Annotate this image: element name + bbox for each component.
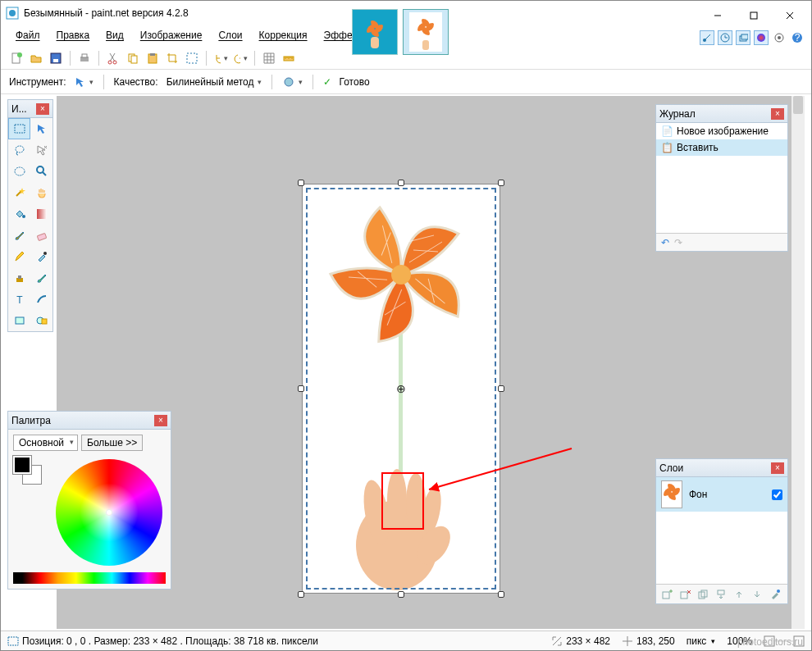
- tool-ellipse-select[interactable]: [8, 161, 30, 182]
- tools-window-toggle[interactable]: [700, 30, 714, 45]
- tool-rect-select[interactable]: [8, 118, 30, 139]
- svg-rect-52: [16, 317, 24, 324]
- history-window-toggle[interactable]: [718, 30, 732, 45]
- close-icon[interactable]: ×: [771, 108, 784, 120]
- menu-view[interactable]: Вид: [99, 28, 130, 43]
- quality-selector[interactable]: Билинейный метод: [167, 76, 262, 88]
- hue-strip[interactable]: [13, 572, 166, 584]
- svg-rect-50: [18, 275, 21, 279]
- history-panel[interactable]: Журнал × 📄Новое изображение 📋Вставить ↶ …: [655, 104, 788, 252]
- document-thumbnails: [352, 9, 449, 55]
- color-mode-select[interactable]: Основной: [13, 435, 78, 451]
- tool-selector[interactable]: [75, 76, 94, 88]
- color-wheel[interactable]: [56, 459, 162, 566]
- move-up-icon[interactable]: [732, 587, 746, 602]
- redo-icon[interactable]: [233, 51, 248, 66]
- crop-icon[interactable]: [165, 51, 180, 66]
- move-down-icon[interactable]: [750, 587, 764, 602]
- canvas-image: [303, 184, 500, 593]
- primary-color-swatch[interactable]: [13, 456, 31, 474]
- duplicate-layer-icon[interactable]: [696, 587, 710, 602]
- layers-list[interactable]: Фон: [656, 477, 787, 584]
- tool-brush[interactable]: [8, 225, 30, 246]
- cut-icon[interactable]: [106, 51, 121, 66]
- add-layer-icon[interactable]: [659, 587, 674, 602]
- vertical-scrollbar[interactable]: [791, 96, 805, 629]
- color-swatches[interactable]: [13, 456, 46, 485]
- menu-edit[interactable]: Правка: [50, 28, 97, 43]
- layers-window-toggle[interactable]: [736, 30, 750, 45]
- svg-point-60: [777, 590, 780, 593]
- svg-point-45: [22, 215, 25, 218]
- tool-move-selection[interactable]: [30, 118, 52, 139]
- history-list[interactable]: 📄Новое изображение 📋Вставить: [656, 123, 787, 233]
- maximize-button[interactable]: [736, 4, 772, 27]
- quality-value: Билинейный метод: [167, 76, 254, 88]
- sampling-selector[interactable]: [282, 75, 303, 89]
- close-icon[interactable]: ×: [154, 415, 167, 426]
- tool-eraser[interactable]: [30, 225, 52, 246]
- undo-icon[interactable]: [213, 51, 228, 66]
- tool-color-picker[interactable]: [30, 246, 52, 267]
- settings-icon[interactable]: [772, 30, 787, 45]
- grid-icon[interactable]: [262, 51, 276, 66]
- menu-file[interactable]: Файл: [9, 28, 47, 43]
- layer-visibility-checkbox[interactable]: [772, 489, 782, 500]
- window-title: Безымянный - paint.net версия 4.2.8: [24, 7, 189, 19]
- merge-down-icon[interactable]: [714, 587, 728, 602]
- tool-pencil[interactable]: [8, 246, 30, 267]
- close-icon[interactable]: ×: [36, 103, 49, 115]
- tool-text[interactable]: T: [8, 289, 30, 310]
- minimize-button[interactable]: [700, 4, 736, 27]
- layers-header[interactable]: Слои ×: [656, 459, 787, 477]
- layer-properties-icon[interactable]: [768, 587, 782, 602]
- history-header[interactable]: Журнал ×: [656, 105, 787, 123]
- close-icon[interactable]: ×: [771, 462, 784, 474]
- layers-panel[interactable]: Слои × Фон: [655, 458, 788, 604]
- tool-lasso[interactable]: [8, 139, 30, 161]
- ruler-icon[interactable]: [281, 51, 296, 66]
- paste-icon[interactable]: [145, 51, 160, 66]
- colors-window-toggle[interactable]: [754, 30, 769, 45]
- layer-name: Фон: [689, 489, 707, 500]
- open-file-icon[interactable]: [29, 51, 43, 66]
- deselect-icon[interactable]: [185, 51, 199, 66]
- tool-line[interactable]: [30, 289, 52, 310]
- toolbox-panel[interactable]: И... × T: [7, 99, 53, 332]
- new-file-icon[interactable]: [9, 51, 24, 66]
- delete-layer-icon[interactable]: [677, 587, 692, 602]
- tool-move-pixels[interactable]: [30, 139, 52, 161]
- more-button[interactable]: Больше >>: [81, 435, 143, 451]
- menu-correction[interactable]: Коррекция: [253, 28, 314, 43]
- menu-image[interactable]: Изображение: [134, 28, 209, 43]
- thumb-doc-2[interactable]: [403, 9, 449, 55]
- close-button[interactable]: [772, 4, 808, 27]
- history-item[interactable]: 📋Вставить: [656, 139, 787, 156]
- tool-gradient[interactable]: [30, 203, 52, 225]
- status-unit[interactable]: пикс▾: [687, 635, 716, 647]
- layer-row[interactable]: Фон: [656, 477, 787, 512]
- redo-icon[interactable]: ↷: [674, 237, 682, 248]
- tool-magic-wand[interactable]: [8, 182, 30, 203]
- palette-title: Палитра: [11, 415, 51, 426]
- print-icon[interactable]: [77, 51, 92, 66]
- tool-shapes[interactable]: [30, 310, 52, 331]
- undo-icon[interactable]: ↶: [661, 237, 669, 248]
- palette-header[interactable]: Палитра ×: [8, 412, 171, 430]
- history-item[interactable]: 📄Новое изображение: [656, 123, 787, 139]
- tool-recolor[interactable]: [30, 267, 52, 289]
- help-icon[interactable]: ?: [790, 30, 805, 45]
- tool-clone[interactable]: [8, 267, 30, 289]
- tool-pan[interactable]: [30, 182, 52, 203]
- tool-fill[interactable]: [8, 203, 30, 225]
- palette-panel[interactable]: Палитра × Основной Больше >>: [7, 411, 171, 590]
- tool-rectangle[interactable]: [8, 310, 30, 331]
- svg-rect-47: [37, 233, 46, 240]
- copy-icon[interactable]: [125, 51, 140, 66]
- canvas[interactable]: ⊕: [303, 184, 500, 593]
- menu-layers[interactable]: Слои: [212, 28, 249, 43]
- tool-zoom[interactable]: [30, 161, 52, 182]
- thumb-doc-1[interactable]: [352, 9, 398, 55]
- save-file-icon[interactable]: [48, 51, 63, 66]
- toolbox-header[interactable]: И... ×: [8, 100, 52, 118]
